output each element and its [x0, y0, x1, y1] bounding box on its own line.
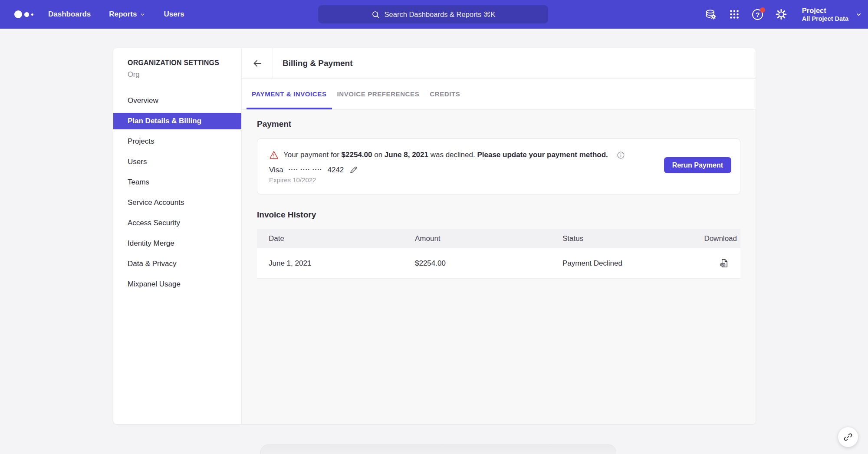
sidebar-menu: Overview Plan Details & Billing Projects… [113, 92, 241, 293]
data-management-icon[interactable] [705, 8, 717, 20]
sidebar-item-overview[interactable]: Overview [113, 92, 241, 109]
download-pdf-icon[interactable]: PDF [719, 258, 729, 268]
tab-content: Payment Your payment for $2254.00 on Jun… [242, 110, 756, 424]
sidebar-item-service-accounts[interactable]: Service Accounts [113, 194, 241, 211]
nav-dashboards[interactable]: Dashboards [48, 10, 91, 19]
copy-link-button[interactable] [838, 427, 858, 447]
search-input[interactable]: Search Dashboards & Reports ⌘K [318, 5, 548, 23]
tab-invoice-preferences[interactable]: INVOICE PREFERENCES [332, 79, 425, 109]
help-icon[interactable]: ? [752, 8, 764, 20]
sidebar-item-access-security[interactable]: Access Security [113, 215, 241, 231]
payment-warning: Your payment for $2254.00 on June 8, 202… [269, 150, 728, 160]
sidebar-item-users[interactable]: Users [113, 154, 241, 170]
edit-pencil-icon[interactable] [349, 165, 358, 174]
col-status: Status [562, 234, 688, 243]
nav-reports-label: Reports [109, 10, 137, 19]
card-last4: 4242 [328, 166, 344, 174]
payment-section-title: Payment [257, 119, 740, 129]
mixpanel-logo-icon[interactable] [14, 10, 33, 18]
warning-triangle-icon [269, 150, 279, 160]
org-name: Org [113, 67, 241, 79]
chevron-down-icon [855, 11, 862, 18]
invoice-table: Date Amount Status Download June 1, 2021… [257, 229, 740, 279]
info-icon[interactable] [617, 151, 625, 159]
sidebar-item-plan-details-billing[interactable]: Plan Details & Billing [113, 113, 241, 129]
primary-nav: Dashboards Reports Users [48, 10, 184, 19]
settings-panel: ORGANIZATION SETTINGS Org Overview Plan … [113, 48, 756, 424]
page-header: Billing & Payment [242, 48, 756, 79]
nav-dashboards-label: Dashboards [48, 10, 91, 19]
project-selector[interactable]: Project All Project Data [802, 6, 862, 23]
svg-text:PDF: PDF [721, 264, 725, 266]
notification-dot [760, 7, 765, 13]
project-selector-title: Project [802, 6, 848, 15]
sidebar-item-data-privacy[interactable]: Data & Privacy [113, 256, 241, 272]
apps-grid-icon[interactable] [728, 8, 740, 20]
top-navigation: Dashboards Reports Users Search Dashboar… [0, 0, 868, 29]
page-title: Billing & Payment [273, 59, 353, 68]
invoice-amount: $2254.00 [415, 259, 562, 268]
nav-reports[interactable]: Reports [109, 10, 145, 19]
settings-gear-icon[interactable] [775, 8, 787, 20]
below-fold-card-edge [260, 444, 616, 454]
billing-tabs: PAYMENT & INVOICES INVOICE PREFERENCES C… [242, 79, 756, 110]
sidebar-item-mixpanel-usage[interactable]: Mixpanel Usage [113, 276, 241, 293]
declined-date: June 8, 2021 [385, 151, 428, 159]
payment-method: Visa ···· ···· ···· 4242 [269, 165, 728, 174]
link-icon [843, 432, 853, 442]
payment-card: Your payment for $2254.00 on June 8, 202… [257, 138, 740, 194]
search-placeholder: Search Dashboards & Reports ⌘K [385, 10, 496, 19]
declined-amount: $2254.00 [342, 151, 372, 159]
invoice-status: Payment Declined [562, 259, 688, 268]
search-icon [371, 10, 380, 19]
sidebar-item-identity-merge[interactable]: Identity Merge [113, 235, 241, 252]
warning-action-text: Please update your payment method. [477, 151, 608, 159]
nav-utilities: ? Project All Project Data [705, 0, 862, 29]
tab-credits[interactable]: CREDITS [424, 79, 465, 109]
tab-payment-invoices[interactable]: PAYMENT & INVOICES [247, 79, 332, 109]
chevron-down-icon [140, 12, 145, 17]
arrow-left-icon [252, 58, 263, 69]
back-button[interactable] [242, 48, 273, 78]
invoice-date: June 1, 2021 [257, 259, 415, 268]
card-expiry: Expires 10/2022 [269, 176, 728, 184]
invoice-table-header: Date Amount Status Download [257, 229, 740, 248]
card-brand: Visa [269, 166, 283, 174]
invoice-row: June 1, 2021 $2254.00 Payment Declined P… [257, 248, 740, 279]
rerun-payment-button[interactable]: Rerun Payment [664, 157, 731, 173]
billing-main: Billing & Payment PAYMENT & INVOICES INV… [242, 48, 756, 424]
nav-users[interactable]: Users [164, 10, 184, 19]
col-amount: Amount [415, 234, 562, 243]
sidebar-item-projects[interactable]: Projects [113, 133, 241, 150]
invoice-history-title: Invoice History [257, 210, 740, 220]
project-selector-value: All Project Data [802, 15, 848, 23]
warning-text: Your payment for $2254.00 on June 8, 202… [283, 151, 608, 159]
settings-sidebar: ORGANIZATION SETTINGS Org Overview Plan … [113, 48, 242, 424]
sidebar-heading: ORGANIZATION SETTINGS [113, 59, 241, 67]
col-date: Date [257, 234, 415, 243]
card-masked-digits: ···· ···· ···· [289, 166, 322, 173]
nav-users-label: Users [164, 10, 184, 19]
col-download: Download [688, 234, 740, 243]
sidebar-item-teams[interactable]: Teams [113, 174, 241, 191]
